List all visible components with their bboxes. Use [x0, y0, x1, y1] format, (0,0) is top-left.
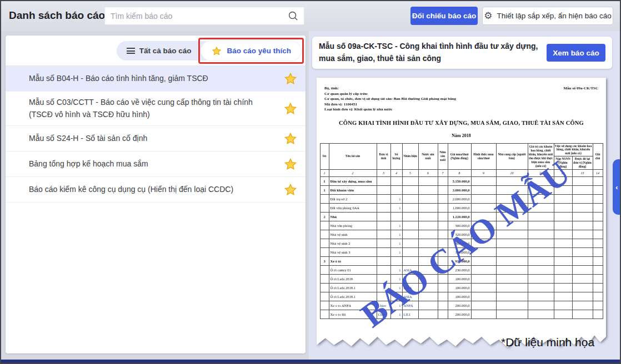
- document-year: Năm 2018: [317, 133, 606, 138]
- table-cell: [572, 221, 593, 230]
- table-cell: [438, 275, 448, 284]
- search-input[interactable]: [105, 12, 288, 21]
- table-cell: [528, 186, 554, 195]
- table-cell: [377, 177, 390, 186]
- table-cell: [320, 248, 329, 257]
- favorite-star-icon[interactable]: [283, 157, 298, 171]
- favorite-star-icon[interactable]: [283, 132, 298, 146]
- table-cell: [377, 257, 390, 266]
- table-cell: Xe o to ANFA: [329, 301, 377, 310]
- column-number: 2: [329, 170, 377, 177]
- table-cell: [528, 221, 554, 230]
- table-cell: 1: [390, 230, 402, 239]
- table-cell: [572, 257, 593, 266]
- table-cell: [438, 177, 448, 186]
- table-cell: [320, 195, 329, 204]
- table-cell: [438, 230, 448, 239]
- table-cell: [572, 204, 593, 213]
- table-cell: 1: [390, 266, 402, 275]
- list-item[interactable]: Mẫu số B04-H - Báo cáo tình hình tăng, g…: [6, 66, 306, 92]
- panel-collapse-tab[interactable]: ‹: [613, 159, 621, 215]
- table-cell: [377, 239, 390, 248]
- table-cell: 1: [390, 310, 402, 319]
- report-list-screen: Danh sách báo cáo Đối chiếu báo cáo ⚙ Th…: [0, 0, 621, 364]
- table-cell: 1.220.000,0: [448, 213, 471, 221]
- table-cell: [320, 301, 329, 310]
- view-report-button[interactable]: Xem báo cáo: [547, 44, 605, 62]
- table-cell: [528, 239, 554, 248]
- table-cell: Ô tô Lada 2018.1: [329, 284, 377, 292]
- table-cell: [438, 310, 448, 319]
- table-cell: [438, 248, 448, 257]
- table-row: Nhà vệ sinh 21300.000,0: [320, 239, 603, 248]
- favorite-star-icon[interactable]: [283, 102, 298, 116]
- tab-favorite-reports[interactable]: Báo cáo yêu thích: [201, 41, 301, 60]
- col-header: Giá mua/thuê (Nghìn đồng): [448, 143, 471, 170]
- table-cell: [496, 230, 528, 239]
- table-cell: [496, 248, 528, 257]
- compare-reports-button[interactable]: Đối chiếu báo cáo: [410, 7, 478, 25]
- favorite-star-icon[interactable]: [283, 183, 298, 197]
- search-icon[interactable]: [288, 11, 298, 21]
- favorite-star-icon[interactable]: [283, 72, 298, 86]
- table-row: Ô tô Lada 2018.11ASIA100.000,0: [320, 284, 603, 292]
- report-list: Mẫu số B04-H - Báo cáo tình hình tăng, g…: [6, 65, 306, 203]
- col-header: Hình thức mua sắm/thuê: [471, 143, 496, 170]
- table-cell: [418, 292, 438, 301]
- table-cell: [390, 257, 402, 266]
- report-table: Stt Tên tài sản Đơn vị tính Số lượng Nhã…: [320, 143, 603, 320]
- table-cell: [593, 248, 603, 257]
- table-cell: [438, 239, 448, 248]
- table-cell: [593, 292, 603, 301]
- col-header: Stt: [320, 143, 329, 170]
- column-number: 1: [320, 170, 329, 177]
- list-item[interactable]: Báo cáo kiểm kê công cụ dụng cụ (Hiển th…: [6, 177, 306, 203]
- table-cell: [438, 284, 448, 292]
- table-cell: [554, 275, 572, 284]
- table-cell: [593, 310, 603, 319]
- tab-all-reports[interactable]: Tất cả báo cáo: [117, 41, 202, 60]
- list-item[interactable]: Bảng tổng hợp kế hoạch mua sắm: [6, 151, 306, 177]
- table-cell: [471, 177, 496, 186]
- table-cell: [572, 266, 593, 275]
- table-cell: [320, 230, 329, 239]
- col-header: Đơn vị tính: [377, 143, 390, 170]
- table-cell: [554, 284, 572, 292]
- table-cell: [554, 177, 572, 186]
- table-cell: Đất văn phòng 0AA: [329, 204, 377, 213]
- table-cell: [377, 213, 390, 221]
- table-cell: [593, 230, 603, 239]
- list-item[interactable]: Mẫu số C03/CCTT - Báo cáo về việc cung c…: [6, 92, 306, 126]
- table-row: Nhà vệ sinh1320.000,0: [320, 230, 603, 239]
- chevron-left-icon: ‹: [615, 184, 618, 191]
- table-cell: [496, 239, 528, 248]
- table-cell: [471, 257, 496, 266]
- table-cell: [418, 310, 438, 319]
- table-cell: [418, 301, 438, 310]
- table-cell: [418, 266, 438, 275]
- table-cell: [593, 284, 603, 292]
- table-cell: [418, 177, 438, 186]
- table-cell: [471, 204, 496, 213]
- list-item[interactable]: Mẫu số S24-H - Sổ tài sản cố định: [6, 126, 306, 151]
- table-row: 1Đất khuôn viên3.000.000,0: [320, 186, 603, 195]
- table-cell: [496, 195, 528, 204]
- table-cell: [572, 177, 593, 186]
- column-number: 6: [418, 170, 438, 177]
- table-cell: [438, 221, 448, 230]
- table-cell: [528, 195, 554, 204]
- preview-panel: Mẫu số 09a-CK-TSC - Công khai tình hình …: [309, 31, 621, 364]
- document-title: CÔNG KHAI TÌNH HÌNH ĐẦU TƯ XÂY DỰNG, MUA…: [317, 120, 606, 126]
- table-cell: [471, 284, 496, 292]
- table-cell: [593, 221, 603, 230]
- table-cell: [390, 186, 402, 195]
- list-item-label: Mẫu số B04-H - Báo cáo tình hình tăng, g…: [29, 68, 283, 90]
- table-cell: [471, 248, 496, 257]
- table-cell: [528, 213, 554, 221]
- table-cell: [418, 186, 438, 195]
- preview-title: Mẫu số 09a-CK-TSC - Công khai tình hình …: [319, 41, 547, 64]
- table-cell: [593, 177, 603, 186]
- table-cell: 1: [320, 186, 329, 195]
- settings-button[interactable]: ⚙ Thiết lập sắp xếp, ẩn hiện báo cáo: [482, 7, 613, 25]
- list-item-label: Mẫu số C03/CCTT - Báo cáo về việc cung c…: [29, 92, 283, 125]
